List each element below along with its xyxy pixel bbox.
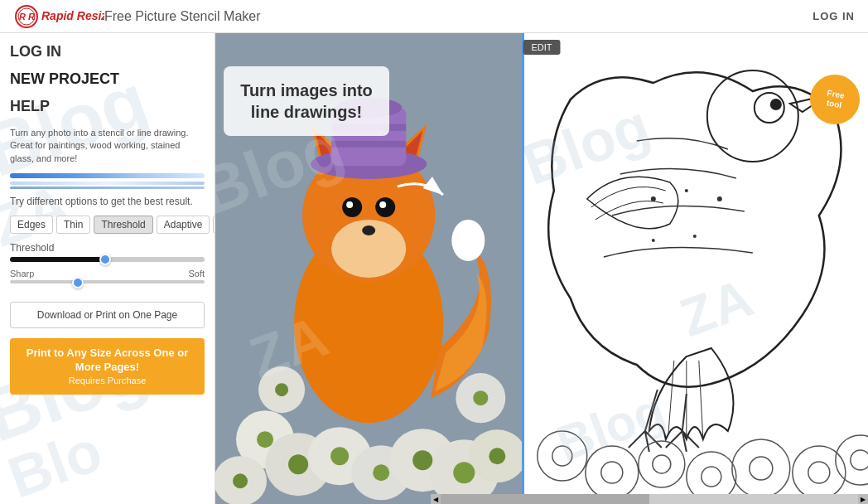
tab-color[interactable]: Color [213,216,215,234]
color-bar-2 [10,182,205,185]
help-link[interactable]: HELP [10,94,205,119]
svg-point-63 [651,196,656,201]
login-nav-link[interactable]: LOG IN [10,40,205,64]
scroll-thumb[interactable] [441,494,649,504]
svg-point-29 [375,197,395,217]
options-description: Try different options to get the best re… [0,191,215,212]
tab-adaptive[interactable]: Adaptive [157,216,210,234]
download-print-button[interactable]: Download or Print on One Page [10,302,205,328]
split-divider [522,33,524,504]
free-badge-label: Freetool [825,88,846,110]
svg-point-65 [717,196,722,201]
sharp-soft-labels: Sharp Soft [10,269,205,279]
header: R R Rapid Resizer Free Picture Stencil M… [0,0,868,33]
main-area: Blog ZA [215,33,868,504]
svg-point-42 [451,220,485,261]
svg-point-18 [412,450,432,470]
tab-threshold[interactable]: Threshold [94,216,152,234]
overlay-title: Turn images into line drawings! [240,80,373,123]
sliders-area: Threshold Sharp Soft [0,237,215,295]
svg-point-19 [453,462,475,483]
watermark-4: Blo [0,417,110,504]
svg-point-64 [685,189,688,192]
sharp-soft-track[interactable] [10,280,205,284]
tab-edges[interactable]: Edges [10,216,53,234]
svg-point-17 [373,464,389,481]
image-container: Blog ZA [215,33,868,504]
svg-point-48 [770,99,782,110]
svg-point-67 [693,235,697,238]
svg-point-13 [257,431,273,448]
sharp-soft-slider-row: Sharp Soft [10,269,205,284]
sidebar: Blog ZA Blog Blo LOG IN NEW PROJECT HELP… [0,33,215,504]
horizontal-scrollbar[interactable]: ◀ ▶ [431,494,868,504]
svg-point-32 [362,225,375,235]
requires-purchase-label: Requires Purchase [18,375,196,386]
color-bar [10,173,205,178]
login-header-button[interactable]: LOG IN [813,10,855,22]
svg-point-16 [233,473,248,488]
print-any-size-button[interactable]: Print to Any Size Across One or More Pag… [10,338,205,395]
svg-text:R R: R R [19,12,35,22]
print-label: Print to Any Size Across One or More Pag… [27,346,189,373]
logo-icon: R R Rapid Resizer [13,3,104,30]
scroll-right-button[interactable]: ▶ [858,494,868,504]
new-project-link[interactable]: NEW PROJECT [10,67,205,91]
tab-thin[interactable]: Thin [56,216,90,234]
svg-point-20 [489,448,505,464]
svg-text:Rapid Resizer: Rapid Resizer [41,9,104,22]
logo-area: R R Rapid Resizer [13,3,104,30]
svg-point-24 [473,390,488,405]
svg-point-28 [342,197,362,217]
svg-point-30 [346,201,353,208]
scroll-track[interactable] [441,494,858,504]
sharp-label: Sharp [10,269,34,279]
filter-tabs: Edges Thin Threshold Adaptive Color [0,212,215,237]
sharp-soft-thumb[interactable] [72,277,84,288]
soft-label: Soft [188,269,205,279]
edit-button[interactable]: EDIT [523,40,560,55]
color-bar-3 [10,187,205,189]
threshold-thumb[interactable] [99,254,111,265]
threshold-track[interactable] [10,257,205,262]
svg-point-31 [379,201,386,208]
svg-point-14 [288,454,308,474]
svg-point-66 [652,239,655,242]
threshold-label: Threshold [10,242,205,254]
svg-point-15 [330,447,349,465]
overlay-text-box: Turn images into line drawings! [224,66,389,136]
nav-links: LOG IN NEW PROJECT HELP [0,33,215,125]
svg-rect-41 [331,141,406,148]
site-title: Free Picture Stencil Maker [104,9,261,24]
scroll-left-button[interactable]: ◀ [431,494,441,504]
description-text: Turn any photo into a stencil or line dr… [0,125,215,170]
threshold-slider-row: Threshold [10,242,205,262]
